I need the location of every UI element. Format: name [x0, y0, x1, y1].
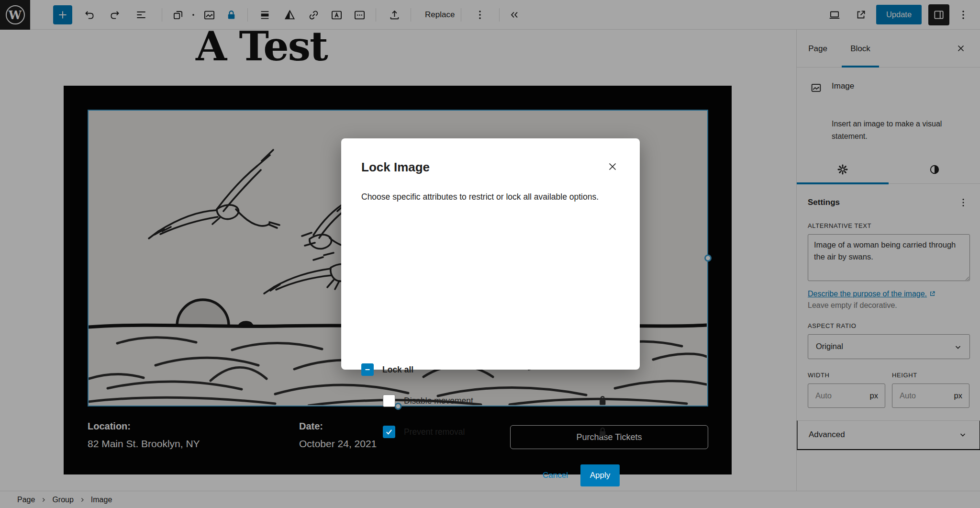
lock-all-label: Lock all: [382, 365, 413, 375]
lock-image-dialog: Lock Image Choose specific attributes to…: [341, 138, 640, 370]
unlocked-icon: [596, 394, 609, 407]
check-icon: [385, 428, 393, 436]
dialog-actions: Cancel Apply: [543, 464, 620, 486]
lock-all-row: Lock all: [361, 363, 413, 376]
prevent-removal-row: Prevent removal: [383, 425, 609, 439]
prevent-removal-checkbox[interactable]: [383, 426, 395, 438]
wordpress-block-editor: W: [0, 0, 980, 508]
cancel-button[interactable]: Cancel: [543, 471, 568, 480]
prevent-removal-label: Prevent removal: [404, 427, 465, 437]
lock-all-checkbox[interactable]: [361, 363, 374, 376]
disable-movement-row: Disable movement: [383, 394, 609, 407]
disable-movement-label: Disable movement: [404, 396, 473, 406]
dialog-description: Choose specific attributes to restrict o…: [361, 192, 622, 202]
disable-movement-checkbox[interactable]: [383, 395, 395, 407]
dialog-title: Lock Image: [361, 160, 430, 175]
indeterminate-minus-icon: [363, 365, 372, 374]
close-dialog-button[interactable]: [602, 156, 623, 177]
apply-button[interactable]: Apply: [580, 464, 620, 486]
locked-icon: [596, 425, 609, 439]
close-icon: [606, 160, 619, 173]
